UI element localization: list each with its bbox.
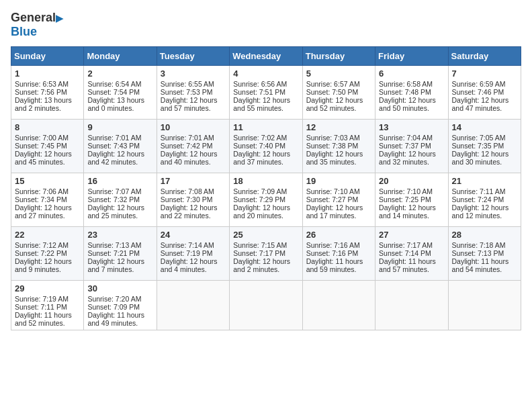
daylight: Daylight: 12 hours and 17 minutes. <box>306 203 363 220</box>
sunset: Sunset: 7:51 PM <box>233 88 285 96</box>
day-number: 12 <box>306 122 371 132</box>
sunrise: Sunrise: 7:04 AM <box>379 134 433 142</box>
day-number: 24 <box>161 230 226 240</box>
col-friday: Friday <box>375 47 448 66</box>
day-number: 13 <box>379 122 444 132</box>
daylight: Daylight: 13 hours and 0 minutes. <box>87 96 144 112</box>
sunset: Sunset: 7:43 PM <box>87 142 140 150</box>
calendar-cell: 30Sunrise: 7:20 AMSunset: 7:09 PMDayligh… <box>84 281 157 330</box>
calendar-cell: 1Sunrise: 6:53 AMSunset: 7:56 PMDaylight… <box>11 66 84 120</box>
sunrise: Sunrise: 7:15 AM <box>233 241 287 249</box>
sunset: Sunset: 7:32 PM <box>87 195 140 203</box>
calendar-cell <box>157 281 229 330</box>
daylight: Daylight: 12 hours and 9 minutes. <box>15 257 72 273</box>
sunrise: Sunrise: 7:07 AM <box>87 187 141 195</box>
sunset: Sunset: 7:21 PM <box>87 249 140 257</box>
daylight: Daylight: 12 hours and 2 minutes. <box>233 257 290 273</box>
sunset: Sunset: 7:37 PM <box>379 142 431 150</box>
day-number: 5 <box>306 68 371 79</box>
sunset: Sunset: 7:24 PM <box>452 195 504 203</box>
day-number: 23 <box>87 230 152 240</box>
calendar-cell: 3Sunrise: 6:55 AMSunset: 7:53 PMDaylight… <box>157 66 229 120</box>
day-number: 30 <box>87 283 152 293</box>
calendar-cell: 8Sunrise: 7:00 AMSunset: 7:45 PMDaylight… <box>11 120 84 173</box>
day-number: 21 <box>452 176 517 186</box>
sunset: Sunset: 7:34 PM <box>15 195 67 203</box>
day-number: 14 <box>452 122 517 132</box>
daylight: Daylight: 11 hours and 59 minutes. <box>306 257 363 273</box>
day-number: 11 <box>233 122 298 132</box>
col-tuesday: Tuesday <box>157 47 229 66</box>
daylight: Daylight: 12 hours and 14 minutes. <box>379 203 436 220</box>
sunrise: Sunrise: 7:12 AM <box>15 241 69 249</box>
sunrise: Sunrise: 7:00 AM <box>15 134 69 142</box>
daylight: Daylight: 12 hours and 25 minutes. <box>87 203 144 220</box>
sunset: Sunset: 7:38 PM <box>306 142 359 150</box>
calendar-cell: 12Sunrise: 7:03 AMSunset: 7:38 PMDayligh… <box>302 120 375 173</box>
calendar-cell: 10Sunrise: 7:01 AMSunset: 7:42 PMDayligh… <box>157 120 229 173</box>
calendar-cell: 21Sunrise: 7:11 AMSunset: 7:24 PMDayligh… <box>448 173 521 227</box>
day-number: 6 <box>379 68 444 79</box>
calendar-cell: 18Sunrise: 7:09 AMSunset: 7:29 PMDayligh… <box>230 173 302 227</box>
logo-blue-text: Blue <box>11 25 63 39</box>
calendar-cell: 25Sunrise: 7:15 AMSunset: 7:17 PMDayligh… <box>230 227 302 281</box>
daylight: Daylight: 12 hours and 7 minutes. <box>87 257 144 273</box>
daylight: Daylight: 11 hours and 52 minutes. <box>15 311 72 327</box>
daylight: Daylight: 11 hours and 57 minutes. <box>379 257 436 273</box>
daylight: Daylight: 12 hours and 55 minutes. <box>233 96 290 112</box>
header-row: Sunday Monday Tuesday Wednesday Thursday… <box>11 47 521 66</box>
daylight: Daylight: 11 hours and 49 minutes. <box>87 311 144 327</box>
daylight: Daylight: 12 hours and 45 minutes. <box>15 150 72 166</box>
sunrise: Sunrise: 7:14 AM <box>161 241 214 249</box>
day-number: 20 <box>379 176 444 186</box>
sunrise: Sunrise: 7:02 AM <box>233 134 287 142</box>
calendar-cell: 14Sunrise: 7:05 AMSunset: 7:35 PMDayligh… <box>448 120 521 173</box>
sunrise: Sunrise: 7:10 AM <box>306 187 360 195</box>
sunset: Sunset: 7:16 PM <box>306 249 359 257</box>
sunrise: Sunrise: 6:54 AM <box>87 80 141 88</box>
calendar-cell: 13Sunrise: 7:04 AMSunset: 7:37 PMDayligh… <box>375 120 448 173</box>
logo: General▶ Blue <box>11 11 63 38</box>
sunset: Sunset: 7:09 PM <box>87 303 140 311</box>
sunset: Sunset: 7:30 PM <box>161 195 213 203</box>
day-number: 15 <box>15 176 80 186</box>
calendar-table: Sunday Monday Tuesday Wednesday Thursday… <box>11 46 521 330</box>
calendar-cell: 2Sunrise: 6:54 AMSunset: 7:54 PMDaylight… <box>84 66 157 120</box>
sunrise: Sunrise: 7:10 AM <box>379 187 433 195</box>
day-number: 3 <box>161 68 226 79</box>
col-wednesday: Wednesday <box>230 47 302 66</box>
calendar-cell: 23Sunrise: 7:13 AMSunset: 7:21 PMDayligh… <box>84 227 157 281</box>
sunrise: Sunrise: 7:08 AM <box>161 187 214 195</box>
calendar-cell: 29Sunrise: 7:19 AMSunset: 7:11 PMDayligh… <box>11 281 84 330</box>
sunset: Sunset: 7:46 PM <box>452 88 504 96</box>
day-number: 4 <box>233 68 298 79</box>
day-number: 27 <box>379 230 444 240</box>
daylight: Daylight: 12 hours and 57 minutes. <box>161 96 218 112</box>
sunset: Sunset: 7:29 PM <box>233 195 285 203</box>
sunset: Sunset: 7:42 PM <box>161 142 213 150</box>
calendar-cell: 22Sunrise: 7:12 AMSunset: 7:22 PMDayligh… <box>11 227 84 281</box>
day-number: 26 <box>306 230 371 240</box>
sunset: Sunset: 7:53 PM <box>161 88 213 96</box>
calendar-cell: 19Sunrise: 7:10 AMSunset: 7:27 PMDayligh… <box>302 173 375 227</box>
daylight: Daylight: 12 hours and 35 minutes. <box>306 150 363 166</box>
day-number: 2 <box>87 68 152 79</box>
calendar-cell: 5Sunrise: 6:57 AMSunset: 7:50 PMDaylight… <box>302 66 375 120</box>
daylight: Daylight: 12 hours and 32 minutes. <box>379 150 436 166</box>
sunrise: Sunrise: 6:56 AM <box>233 80 287 88</box>
sunrise: Sunrise: 7:09 AM <box>233 187 287 195</box>
col-sunday: Sunday <box>11 47 84 66</box>
calendar-cell: 15Sunrise: 7:06 AMSunset: 7:34 PMDayligh… <box>11 173 84 227</box>
calendar-cell: 20Sunrise: 7:10 AMSunset: 7:25 PMDayligh… <box>375 173 448 227</box>
sunset: Sunset: 7:48 PM <box>379 88 431 96</box>
sunset: Sunset: 7:40 PM <box>233 142 285 150</box>
calendar-cell: 4Sunrise: 6:56 AMSunset: 7:51 PMDaylight… <box>230 66 302 120</box>
col-thursday: Thursday <box>302 47 375 66</box>
day-number: 18 <box>233 176 298 186</box>
sunset: Sunset: 7:50 PM <box>306 88 359 96</box>
sunrise: Sunrise: 6:58 AM <box>379 80 433 88</box>
daylight: Daylight: 12 hours and 20 minutes. <box>233 203 290 220</box>
sunrise: Sunrise: 7:16 AM <box>306 241 360 249</box>
sunset: Sunset: 7:13 PM <box>452 249 504 257</box>
daylight: Daylight: 11 hours and 54 minutes. <box>452 257 509 273</box>
